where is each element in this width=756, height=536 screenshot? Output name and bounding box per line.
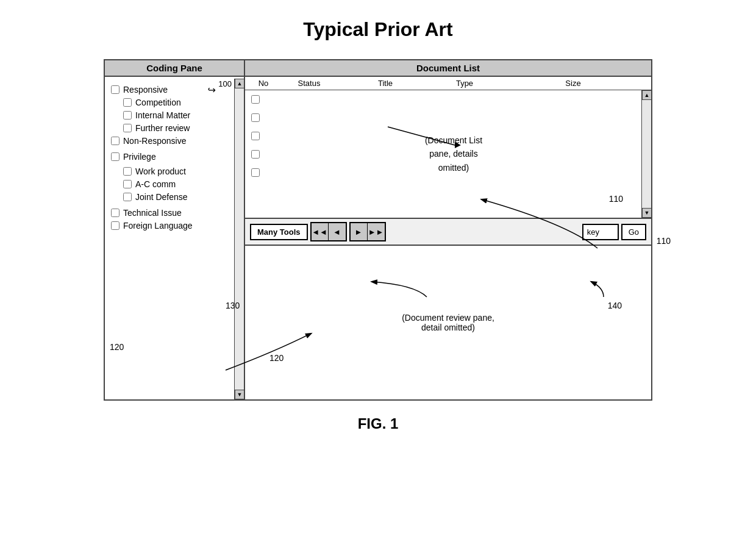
go-button[interactable]: Go <box>621 224 646 240</box>
work-product-row: Work product <box>123 166 238 176</box>
non-responsive-checkbox[interactable] <box>111 137 119 145</box>
ac-comm-row: A-C comm <box>123 179 238 189</box>
ref-100: 100 <box>218 79 232 88</box>
nav-first-button[interactable]: ◄◄ <box>312 223 329 240</box>
coding-pane-header: Coding Pane <box>105 60 244 77</box>
competition-label: Competition <box>135 98 181 107</box>
col-size: Size <box>495 79 651 88</box>
technical-issue-label: Technical Issue <box>123 208 182 218</box>
doc-list-columns: No Status Title Type Size <box>245 77 651 90</box>
doc-review-note: (Document review pane,detail omitted) <box>402 313 494 332</box>
scroll-down-button[interactable]: ▼ <box>235 390 244 399</box>
col-no: No <box>245 79 282 88</box>
joint-defense-checkbox[interactable] <box>123 193 132 201</box>
main-diagram: Coding Pane 100 ↩ Responsive Competition <box>104 59 652 401</box>
doc-checkbox-1[interactable] <box>251 95 260 104</box>
nav-last-button[interactable]: ►► <box>368 223 385 240</box>
foreign-language-label: Foreign Language <box>123 221 193 230</box>
page-title: Typical Prior Art <box>303 18 452 41</box>
coding-pane-scrollbar: ▲ ▼ <box>234 79 244 399</box>
technical-issue-checkbox[interactable] <box>111 209 119 217</box>
ref-110: 110 <box>609 192 623 205</box>
ac-comm-label: A-C comm <box>135 179 176 189</box>
ref-140-external: 140 <box>608 301 622 310</box>
col-title: Title <box>337 79 434 88</box>
ref-110-external: 110 <box>657 236 671 246</box>
ac-comm-checkbox[interactable] <box>123 180 132 188</box>
nav-prev-button[interactable]: ◄ <box>329 223 346 240</box>
further-review-row: Further review <box>123 123 238 133</box>
doc-list-scrollbar: ▲ ▼ <box>641 90 651 218</box>
document-list-section: Document List No Status Title Type Size <box>245 60 651 219</box>
internal-matter-label: Internal Matter <box>135 110 190 120</box>
non-responsive-row: Non-Responsive <box>111 136 238 146</box>
svg-line-0 <box>388 127 455 145</box>
doc-list-scroll-down[interactable]: ▼ <box>642 208 652 218</box>
document-list-header: Document List <box>245 60 651 77</box>
svg-marker-1 <box>455 142 461 148</box>
doc-review-section: (Document review pane,detail omitted) 12… <box>245 246 651 399</box>
col-type: Type <box>434 79 495 88</box>
work-product-checkbox[interactable] <box>123 167 132 176</box>
competition-row: Competition <box>123 98 238 107</box>
responsive-checkbox[interactable] <box>111 85 119 94</box>
joint-defense-label: Joint Defense <box>135 192 188 202</box>
ref-130-external: 130 <box>226 301 240 310</box>
right-pane: Document List No Status Title Type Size <box>245 60 651 399</box>
doc-checkbox-5[interactable] <box>251 168 260 177</box>
foreign-language-row: Foreign Language <box>111 221 238 230</box>
foreign-language-checkbox[interactable] <box>111 221 119 230</box>
work-product-label: Work product <box>135 166 186 176</box>
ref-120: 120 <box>269 353 284 363</box>
nav-next-button[interactable]: ► <box>351 223 368 240</box>
privilege-row: Privilege <box>111 152 238 162</box>
coding-pane-body: 100 ↩ Responsive Competition Internal Ma… <box>105 77 244 399</box>
toolbar-section: Many Tools ◄◄ ◄ ► ►► Go <box>245 219 651 246</box>
coding-pane: Coding Pane 100 ↩ Responsive Competition <box>105 60 245 399</box>
key-input[interactable] <box>582 224 619 240</box>
internal-matter-row: Internal Matter <box>123 110 238 120</box>
joint-defense-row: Joint Defense <box>123 192 238 202</box>
technical-issue-row: Technical Issue <box>111 208 238 218</box>
nav-group-back: ◄◄ ◄ <box>310 222 347 241</box>
internal-matter-checkbox[interactable] <box>123 111 132 120</box>
privilege-checkbox[interactable] <box>111 152 119 161</box>
ref-120-external: 120 <box>110 342 124 352</box>
nav-group-forward: ► ►► <box>349 222 386 241</box>
competition-checkbox[interactable] <box>123 98 132 107</box>
non-responsive-label: Non-Responsive <box>123 136 187 146</box>
doc-list-body: (Document Listpane, detailsomitted) 110 … <box>245 90 651 218</box>
arrow-100-icon: ↩ <box>208 84 216 96</box>
doc-list-scroll-track <box>642 100 651 208</box>
scroll-up-button[interactable]: ▲ <box>235 79 244 88</box>
doc-list-checkboxes <box>245 90 266 218</box>
fig-caption: FIG. 1 <box>358 415 399 432</box>
col-status: Status <box>282 79 337 88</box>
further-review-checkbox[interactable] <box>123 124 132 132</box>
doc-checkbox-4[interactable] <box>251 150 260 159</box>
ref-110-arrow <box>266 90 641 218</box>
scroll-track <box>235 88 244 390</box>
many-tools-button[interactable]: Many Tools <box>250 224 308 240</box>
doc-list-scroll-up[interactable]: ▲ <box>642 90 652 100</box>
responsive-label: Responsive <box>123 85 168 95</box>
further-review-label: Further review <box>135 123 190 133</box>
doc-checkbox-3[interactable] <box>251 132 260 140</box>
doc-list-note-area: (Document Listpane, detailsomitted) 110 <box>266 90 641 218</box>
privilege-label: Privilege <box>123 152 156 162</box>
doc-checkbox-2[interactable] <box>251 113 260 122</box>
